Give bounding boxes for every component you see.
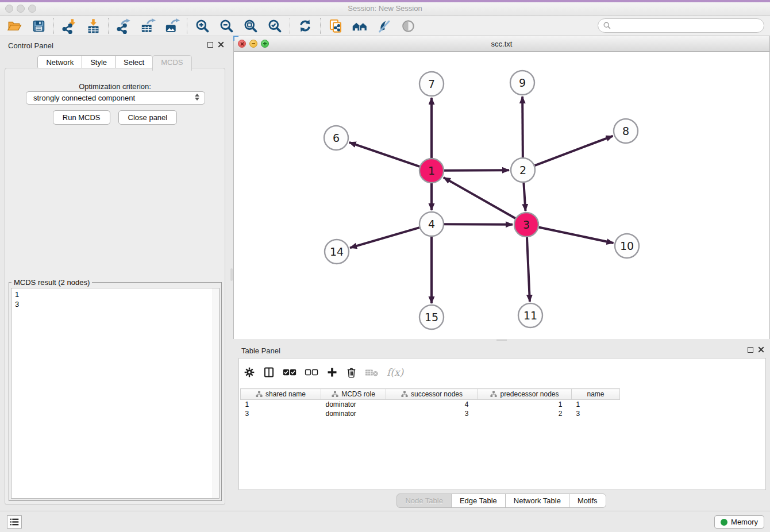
float-panel-icon[interactable] — [207, 42, 213, 48]
table-cell[interactable]: 3 — [386, 409, 478, 418]
export-image-button[interactable] — [160, 17, 184, 35]
network-canvas[interactable]: 7968124314101511 — [234, 52, 769, 340]
zoom-selected-button[interactable] — [263, 17, 287, 35]
graph-edge-4-14[interactable] — [350, 228, 419, 248]
mcds-tab-content: Optimization criterion: strongly connect… — [5, 68, 225, 505]
zoom-fit-button[interactable] — [238, 17, 263, 35]
table-cell[interactable]: 3 — [241, 409, 321, 418]
table-panel: Table Panel — [233, 341, 770, 511]
tab-node-table[interactable]: Node Table — [396, 494, 452, 508]
run-mcds-button[interactable]: Run MCDS — [53, 110, 110, 125]
graph-edge-3-1[interactable] — [444, 178, 515, 218]
import-table-button[interactable] — [81, 17, 105, 35]
zoom-in-button[interactable] — [190, 17, 214, 35]
tab-edge-table[interactable]: Edge Table — [451, 494, 506, 508]
graph-node-label: 11 — [523, 309, 537, 322]
graph-edge-4-3[interactable] — [444, 224, 513, 225]
graph-node-label: 14 — [330, 245, 344, 258]
apply-function-button[interactable]: f(x) — [387, 364, 403, 381]
table-cell[interactable]: 2 — [478, 409, 572, 418]
graph-edge-1-6[interactable] — [349, 142, 419, 167]
table-cell[interactable]: 1 — [241, 400, 321, 409]
node-table-body: 1dominator4113dominator323 — [241, 400, 620, 418]
graph-edge-2-3[interactable] — [523, 183, 525, 211]
refresh-view-button[interactable] — [293, 17, 317, 35]
fx-icon: f(x) — [387, 367, 403, 378]
optimization-criterion-label: Optimization criterion: — [5, 82, 225, 91]
search-input[interactable] — [614, 21, 759, 30]
network-graph[interactable]: 7968124314101511 — [234, 52, 769, 340]
toolbar-separator — [187, 18, 187, 34]
save-session-button[interactable] — [26, 17, 51, 35]
show-hide-graphics-button[interactable] — [396, 17, 420, 35]
graph-edge-3-11[interactable] — [527, 237, 530, 302]
memory-button[interactable]: Memory — [714, 515, 764, 529]
delete-column-button[interactable] — [346, 364, 357, 381]
table-cell[interactable]: 1 — [478, 400, 572, 409]
graph-edge-2-8[interactable] — [535, 136, 613, 166]
column-header-shared-name[interactable]: shared name — [241, 389, 321, 400]
deselect-all-button[interactable] — [305, 364, 318, 381]
tab-motifs[interactable]: Motifs — [569, 494, 606, 508]
close-panel-icon[interactable] — [758, 346, 764, 353]
apply-style-button[interactable] — [372, 17, 396, 35]
import-network-button[interactable] — [57, 17, 81, 35]
select-all-button[interactable] — [283, 364, 297, 381]
table-cell[interactable]: 4 — [386, 400, 478, 409]
mcds-result-area[interactable]: 1 3 — [11, 288, 220, 499]
task-history-button[interactable] — [7, 515, 22, 529]
tab-network-table[interactable]: Network Table — [505, 494, 569, 508]
export-network-icon — [116, 18, 132, 34]
table-cell[interactable]: dominator — [321, 400, 386, 409]
table-cell[interactable]: dominator — [321, 409, 386, 418]
delete-table-button[interactable] — [365, 364, 379, 381]
save-floppy-icon — [32, 19, 46, 33]
show-column-button[interactable] — [263, 364, 275, 381]
criterion-select[interactable]: strongly connected component — [26, 91, 205, 105]
checked-boxes-icon — [283, 368, 297, 377]
application-window: Session: New Session — [0, 0, 770, 532]
attribute-tree-icon — [401, 391, 408, 398]
open-session-button[interactable] — [2, 17, 26, 35]
table-row[interactable]: 1dominator411 — [241, 400, 620, 409]
unchecked-boxes-icon — [305, 368, 318, 377]
table-cell[interactable]: 1 — [572, 400, 620, 409]
close-panel-icon[interactable] — [218, 41, 224, 48]
splitter-handle[interactable] — [230, 268, 233, 281]
graph-node-label: 1 — [428, 164, 435, 177]
criterion-value: strongly connected component — [33, 94, 135, 102]
content-area: Control Panel Network Style Select MCDS … — [0, 36, 770, 511]
export-network-button[interactable] — [111, 17, 136, 35]
result-scrollbar[interactable] — [213, 288, 219, 498]
zoom-out-icon — [219, 18, 234, 34]
column-header-predecessor-nodes[interactable]: predecessor nodes — [478, 389, 572, 400]
float-panel-icon[interactable] — [748, 347, 753, 353]
export-image-icon — [164, 18, 180, 34]
memory-label: Memory — [731, 518, 758, 526]
import-network-icon — [61, 18, 77, 34]
close-panel-button[interactable]: Close panel — [118, 110, 178, 125]
table-cell[interactable]: 3 — [572, 409, 620, 418]
graph-edge-1-2[interactable] — [444, 170, 509, 171]
column-header-successor-nodes[interactable]: successor nodes — [386, 389, 478, 400]
export-table-button[interactable] — [136, 17, 160, 35]
network-window: scc.txt 7968124314101511 — [233, 36, 770, 340]
add-column-button[interactable] — [326, 364, 338, 381]
splitter-handle[interactable] — [496, 340, 507, 341]
task-list-icon — [10, 518, 19, 526]
tab-mcds[interactable]: MCDS — [152, 55, 191, 71]
graph-edge-2-9[interactable] — [522, 97, 523, 157]
graph-edge-3-10[interactable] — [539, 228, 614, 243]
column-header-mcds-role[interactable]: MCDS role — [321, 389, 386, 400]
graph-node-label: 15 — [425, 311, 438, 323]
table-settings-button[interactable] — [244, 364, 255, 381]
table-row[interactable]: 3dominator323 — [241, 409, 620, 418]
zoom-out-button[interactable] — [214, 17, 238, 35]
column-icon — [263, 367, 275, 378]
column-header-name[interactable]: name — [572, 389, 620, 400]
network-overview-button[interactable] — [348, 17, 372, 35]
copy-network-button[interactable] — [324, 17, 348, 35]
control-panel-title: Control Panel — [8, 41, 53, 50]
search-field[interactable] — [598, 18, 764, 33]
node-table: shared name MCDS role successor nodes pr… — [240, 388, 620, 418]
